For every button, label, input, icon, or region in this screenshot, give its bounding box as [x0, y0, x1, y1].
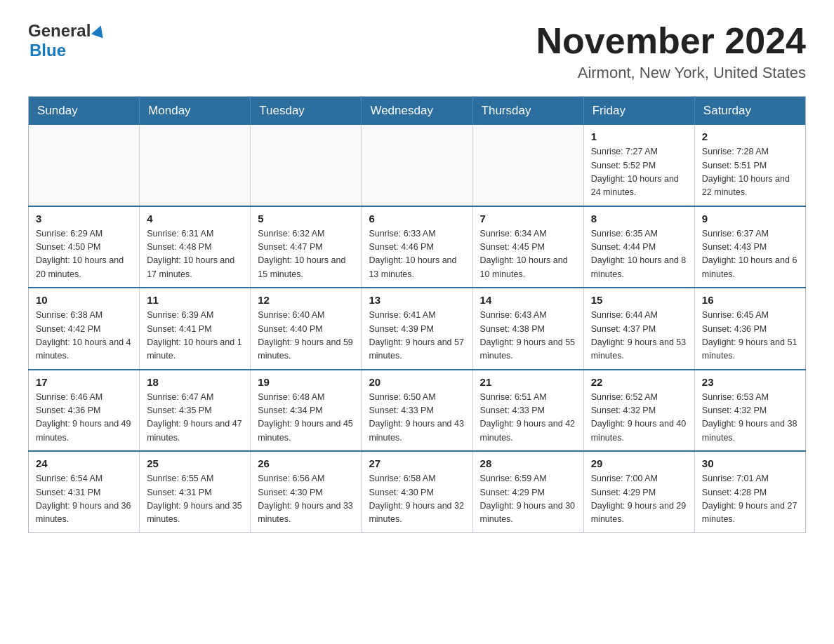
calendar-day-cell: 15Sunrise: 6:44 AM Sunset: 4:37 PM Dayli…	[583, 288, 694, 370]
calendar-day-cell	[140, 125, 251, 206]
logo-blue-text: Blue	[29, 41, 66, 60]
calendar-table: SundayMondayTuesdayWednesdayThursdayFrid…	[28, 96, 806, 533]
calendar-day-cell: 22Sunrise: 6:52 AM Sunset: 4:32 PM Dayli…	[583, 370, 694, 452]
calendar-header: SundayMondayTuesdayWednesdayThursdayFrid…	[29, 97, 806, 126]
day-number: 16	[702, 294, 798, 306]
logo-triangle-icon	[91, 23, 107, 38]
day-number: 3	[36, 213, 132, 224]
day-number: 23	[702, 376, 798, 388]
day-number: 5	[258, 213, 354, 224]
calendar-day-cell: 12Sunrise: 6:40 AM Sunset: 4:40 PM Dayli…	[251, 288, 362, 370]
calendar-day-cell: 24Sunrise: 6:54 AM Sunset: 4:31 PM Dayli…	[29, 451, 140, 532]
calendar-day-cell: 26Sunrise: 6:56 AM Sunset: 4:30 PM Dayli…	[251, 451, 362, 532]
day-number: 24	[36, 457, 132, 469]
day-info: Sunrise: 6:35 AM Sunset: 4:44 PM Dayligh…	[591, 227, 687, 282]
day-number: 27	[369, 457, 465, 469]
day-number: 15	[591, 294, 687, 306]
day-info: Sunrise: 6:54 AM Sunset: 4:31 PM Dayligh…	[36, 472, 132, 527]
calendar-day-cell: 4Sunrise: 6:31 AM Sunset: 4:48 PM Daylig…	[140, 206, 251, 288]
day-info: Sunrise: 6:29 AM Sunset: 4:50 PM Dayligh…	[36, 227, 132, 282]
day-number: 7	[480, 213, 576, 224]
calendar-day-cell: 11Sunrise: 6:39 AM Sunset: 4:41 PM Dayli…	[140, 288, 251, 370]
day-number: 11	[147, 294, 243, 306]
location-title: Airmont, New York, United States	[536, 64, 806, 82]
day-info: Sunrise: 6:34 AM Sunset: 4:45 PM Dayligh…	[480, 227, 576, 282]
calendar-day-cell	[362, 125, 472, 206]
calendar-day-cell: 20Sunrise: 6:50 AM Sunset: 4:33 PM Dayli…	[362, 370, 472, 452]
day-number: 30	[702, 457, 798, 469]
day-number: 29	[591, 457, 687, 469]
day-info: Sunrise: 6:32 AM Sunset: 4:47 PM Dayligh…	[258, 227, 354, 282]
day-info: Sunrise: 7:01 AM Sunset: 4:28 PM Dayligh…	[702, 472, 798, 527]
day-number: 26	[258, 457, 354, 469]
calendar-day-cell: 28Sunrise: 6:59 AM Sunset: 4:29 PM Dayli…	[472, 451, 583, 532]
day-number: 12	[258, 294, 354, 306]
day-info: Sunrise: 6:43 AM Sunset: 4:38 PM Dayligh…	[480, 309, 576, 363]
calendar-day-cell: 30Sunrise: 7:01 AM Sunset: 4:28 PM Dayli…	[694, 451, 805, 532]
day-number: 1	[591, 130, 687, 142]
calendar-day-cell: 17Sunrise: 6:46 AM Sunset: 4:36 PM Dayli…	[29, 370, 140, 452]
calendar-day-cell: 18Sunrise: 6:47 AM Sunset: 4:35 PM Dayli…	[140, 370, 251, 452]
day-of-week-header: Tuesday	[251, 97, 362, 126]
day-number: 18	[147, 376, 243, 388]
calendar-day-cell: 21Sunrise: 6:51 AM Sunset: 4:33 PM Dayli…	[472, 370, 583, 452]
calendar-week-row: 24Sunrise: 6:54 AM Sunset: 4:31 PM Dayli…	[29, 451, 806, 532]
calendar-day-cell	[472, 125, 583, 206]
day-info: Sunrise: 6:48 AM Sunset: 4:34 PM Dayligh…	[258, 391, 354, 445]
day-number: 10	[36, 294, 132, 306]
day-of-week-header: Saturday	[694, 97, 805, 126]
calendar-day-cell: 9Sunrise: 6:37 AM Sunset: 4:43 PM Daylig…	[694, 206, 805, 288]
logo: General Blue	[28, 21, 105, 60]
day-of-week-header: Sunday	[29, 97, 140, 126]
calendar-day-cell: 29Sunrise: 7:00 AM Sunset: 4:29 PM Dayli…	[583, 451, 694, 532]
calendar-day-cell: 23Sunrise: 6:53 AM Sunset: 4:32 PM Dayli…	[694, 370, 805, 452]
day-info: Sunrise: 6:31 AM Sunset: 4:48 PM Dayligh…	[147, 227, 243, 282]
calendar-day-cell: 25Sunrise: 6:55 AM Sunset: 4:31 PM Dayli…	[140, 451, 251, 532]
day-info: Sunrise: 7:00 AM Sunset: 4:29 PM Dayligh…	[591, 472, 687, 527]
day-info: Sunrise: 6:38 AM Sunset: 4:42 PM Dayligh…	[36, 309, 132, 363]
day-info: Sunrise: 6:56 AM Sunset: 4:30 PM Dayligh…	[258, 472, 354, 527]
day-number: 20	[369, 376, 465, 388]
day-number: 9	[702, 213, 798, 224]
day-info: Sunrise: 6:53 AM Sunset: 4:32 PM Dayligh…	[702, 391, 798, 445]
day-info: Sunrise: 7:28 AM Sunset: 5:51 PM Dayligh…	[702, 145, 798, 200]
month-title: November 2024	[536, 21, 806, 61]
day-number: 19	[258, 376, 354, 388]
day-number: 17	[36, 376, 132, 388]
calendar-week-row: 1Sunrise: 7:27 AM Sunset: 5:52 PM Daylig…	[29, 125, 806, 206]
calendar-day-cell: 14Sunrise: 6:43 AM Sunset: 4:38 PM Dayli…	[472, 288, 583, 370]
calendar-week-row: 3Sunrise: 6:29 AM Sunset: 4:50 PM Daylig…	[29, 206, 806, 288]
day-info: Sunrise: 6:44 AM Sunset: 4:37 PM Dayligh…	[591, 309, 687, 363]
page-header: General Blue November 2024 Airmont, New …	[28, 21, 806, 82]
day-number: 28	[480, 457, 576, 469]
day-info: Sunrise: 6:52 AM Sunset: 4:32 PM Dayligh…	[591, 391, 687, 445]
day-number: 8	[591, 213, 687, 224]
day-info: Sunrise: 6:55 AM Sunset: 4:31 PM Dayligh…	[147, 472, 243, 527]
day-info: Sunrise: 7:27 AM Sunset: 5:52 PM Dayligh…	[591, 145, 687, 200]
calendar-week-row: 10Sunrise: 6:38 AM Sunset: 4:42 PM Dayli…	[29, 288, 806, 370]
day-info: Sunrise: 6:50 AM Sunset: 4:33 PM Dayligh…	[369, 391, 465, 445]
day-info: Sunrise: 6:39 AM Sunset: 4:41 PM Dayligh…	[147, 309, 243, 363]
day-number: 21	[480, 376, 576, 388]
day-of-week-header: Monday	[140, 97, 251, 126]
day-info: Sunrise: 6:58 AM Sunset: 4:30 PM Dayligh…	[369, 472, 465, 527]
day-number: 6	[369, 213, 465, 224]
calendar-day-cell: 8Sunrise: 6:35 AM Sunset: 4:44 PM Daylig…	[583, 206, 694, 288]
day-number: 2	[702, 130, 798, 142]
day-of-week-header: Friday	[583, 97, 694, 126]
day-of-week-header: Wednesday	[362, 97, 472, 126]
day-of-week-header: Thursday	[472, 97, 583, 126]
calendar-day-cell: 2Sunrise: 7:28 AM Sunset: 5:51 PM Daylig…	[694, 125, 805, 206]
calendar-day-cell: 3Sunrise: 6:29 AM Sunset: 4:50 PM Daylig…	[29, 206, 140, 288]
day-info: Sunrise: 6:41 AM Sunset: 4:39 PM Dayligh…	[369, 309, 465, 363]
day-number: 25	[147, 457, 243, 469]
day-info: Sunrise: 6:33 AM Sunset: 4:46 PM Dayligh…	[369, 227, 465, 282]
calendar-day-cell	[29, 125, 140, 206]
day-info: Sunrise: 6:40 AM Sunset: 4:40 PM Dayligh…	[258, 309, 354, 363]
title-area: November 2024 Airmont, New York, United …	[536, 21, 806, 82]
calendar-day-cell: 10Sunrise: 6:38 AM Sunset: 4:42 PM Dayli…	[29, 288, 140, 370]
calendar-week-row: 17Sunrise: 6:46 AM Sunset: 4:36 PM Dayli…	[29, 370, 806, 452]
day-info: Sunrise: 6:46 AM Sunset: 4:36 PM Dayligh…	[36, 391, 132, 445]
calendar-day-cell: 13Sunrise: 6:41 AM Sunset: 4:39 PM Dayli…	[362, 288, 472, 370]
calendar-day-cell: 7Sunrise: 6:34 AM Sunset: 4:45 PM Daylig…	[472, 206, 583, 288]
